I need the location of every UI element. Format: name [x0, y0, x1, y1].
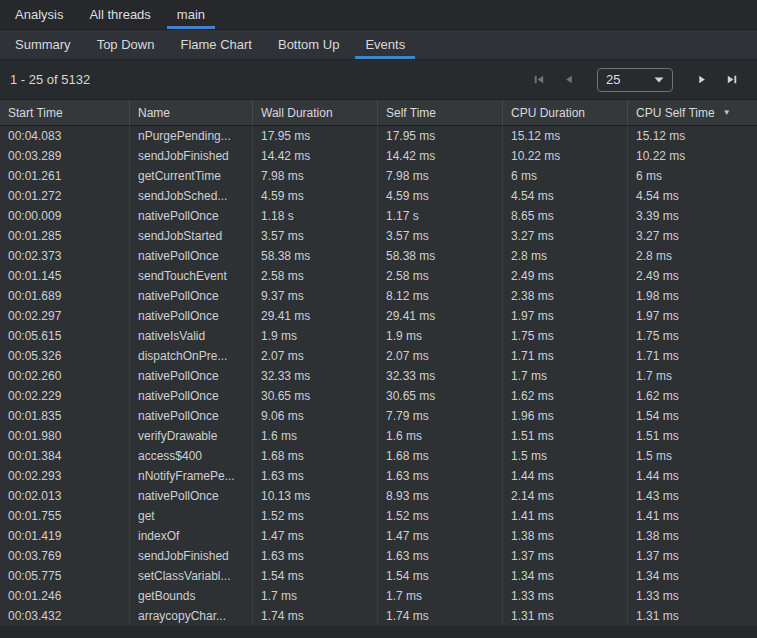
- table-row[interactable]: 00:05.615nativeIsValid1.9 ms1.9 ms1.75 m…: [0, 326, 757, 346]
- cell-self-time: 32.33 ms: [378, 366, 503, 386]
- next-page-icon: [695, 72, 710, 87]
- cell-cpu-self-time: 1.31 ms: [628, 606, 757, 626]
- table-row[interactable]: 00:01.261getCurrentTime7.98 ms7.98 ms6 m…: [0, 166, 757, 186]
- cell-name: nativeIsValid: [130, 326, 253, 346]
- table-row[interactable]: 00:03.432arraycopyChar...1.74 ms1.74 ms1…: [0, 606, 757, 626]
- table-row[interactable]: 00:01.835nativePollOnce9.06 ms7.79 ms1.9…: [0, 406, 757, 426]
- previous-page-button[interactable]: [556, 68, 580, 92]
- cell-wall-duration: 30.65 ms: [253, 386, 378, 406]
- cell-cpu-duration: 10.22 ms: [503, 146, 628, 166]
- cell-wall-duration: 17.95 ms: [253, 126, 378, 146]
- table-row[interactable]: 00:03.289sendJobFinished14.42 ms14.42 ms…: [0, 146, 757, 166]
- cell-name: nativePollOnce: [130, 286, 253, 306]
- cell-wall-duration: 4.59 ms: [253, 186, 378, 206]
- column-header-label: Start Time: [8, 106, 63, 120]
- cell-start-time: 00:03.289: [0, 146, 130, 166]
- tab-flame-chart[interactable]: Flame Chart: [167, 30, 265, 59]
- top-tab-all-threads[interactable]: All threads: [76, 0, 163, 29]
- cell-cpu-duration: 1.44 ms: [503, 466, 628, 486]
- cell-self-time: 1.68 ms: [378, 446, 503, 466]
- sort-descending-icon: ▼: [723, 108, 731, 117]
- cell-cpu-duration: 8.65 ms: [503, 206, 628, 226]
- cell-name: dispatchOnPre...: [130, 346, 253, 366]
- cell-start-time: 00:00.009: [0, 206, 130, 226]
- top-tab-analysis[interactable]: Analysis: [2, 0, 76, 29]
- table-row[interactable]: 00:03.769sendJobFinished1.63 ms1.63 ms1.…: [0, 546, 757, 566]
- table-row[interactable]: 00:01.145sendTouchEvent2.58 ms2.58 ms2.4…: [0, 266, 757, 286]
- cell-wall-duration: 7.98 ms: [253, 166, 378, 186]
- cell-cpu-self-time: 1.71 ms: [628, 346, 757, 366]
- table-row[interactable]: 00:00.009nativePollOnce1.18 s1.17 s8.65 …: [0, 206, 757, 226]
- tab-summary[interactable]: Summary: [2, 30, 84, 59]
- cell-start-time: 00:01.145: [0, 266, 130, 286]
- cell-wall-duration: 58.38 ms: [253, 246, 378, 266]
- cell-name: sendTouchEvent: [130, 266, 253, 286]
- table-row[interactable]: 00:02.293nNotifyFramePe...1.63 ms1.63 ms…: [0, 466, 757, 486]
- table-row[interactable]: 00:02.260nativePollOnce32.33 ms32.33 ms1…: [0, 366, 757, 386]
- column-header-label: Wall Duration: [261, 106, 333, 120]
- page-size-dropdown[interactable]: 25: [597, 68, 673, 92]
- tab-label: Top Down: [97, 37, 155, 52]
- table-row[interactable]: 00:02.229nativePollOnce30.65 ms30.65 ms1…: [0, 386, 757, 406]
- table-row[interactable]: 00:01.272sendJobSched...4.59 ms4.59 ms4.…: [0, 186, 757, 206]
- cell-wall-duration: 14.42 ms: [253, 146, 378, 166]
- table-row[interactable]: 00:01.980verifyDrawable1.6 ms1.6 ms1.51 …: [0, 426, 757, 446]
- last-page-button[interactable]: [720, 68, 744, 92]
- column-header-label: CPU Self Time: [636, 106, 715, 120]
- table-row[interactable]: 00:01.246getBounds1.7 ms1.7 ms1.33 ms1.3…: [0, 586, 757, 606]
- cell-name: sendJobFinished: [130, 146, 253, 166]
- table-row[interactable]: 00:01.689nativePollOnce9.37 ms8.12 ms2.3…: [0, 286, 757, 306]
- first-page-icon: [531, 72, 546, 87]
- cell-name: arraycopyChar...: [130, 606, 253, 626]
- cell-cpu-self-time: 10.22 ms: [628, 146, 757, 166]
- table-row[interactable]: 00:02.373nativePollOnce58.38 ms58.38 ms2…: [0, 246, 757, 266]
- cell-name: sendJobSched...: [130, 186, 253, 206]
- cell-wall-duration: 2.07 ms: [253, 346, 378, 366]
- column-header-wall-duration[interactable]: Wall Duration: [253, 100, 378, 125]
- tab-events[interactable]: Events: [352, 30, 418, 59]
- cell-start-time: 00:05.615: [0, 326, 130, 346]
- cell-cpu-self-time: 1.75 ms: [628, 326, 757, 346]
- table-row[interactable]: 00:01.755get1.52 ms1.52 ms1.41 ms1.41 ms: [0, 506, 757, 526]
- next-page-button[interactable]: [690, 68, 714, 92]
- table-row[interactable]: 00:02.013nativePollOnce10.13 ms8.93 ms2.…: [0, 486, 757, 506]
- cell-cpu-self-time: 3.39 ms: [628, 206, 757, 226]
- table-row[interactable]: 00:01.384access$4001.68 ms1.68 ms1.5 ms1…: [0, 446, 757, 466]
- cell-wall-duration: 1.54 ms: [253, 566, 378, 586]
- cell-cpu-self-time: 1.5 ms: [628, 446, 757, 466]
- cell-cpu-self-time: 1.62 ms: [628, 386, 757, 406]
- table-row[interactable]: 00:01.285sendJobStarted3.57 ms3.57 ms3.2…: [0, 226, 757, 246]
- column-header-cpu-duration[interactable]: CPU Duration: [503, 100, 628, 125]
- cell-start-time: 00:02.229: [0, 386, 130, 406]
- cell-cpu-duration: 1.96 ms: [503, 406, 628, 426]
- top-tab-main[interactable]: main: [164, 0, 218, 29]
- column-header-cpu-self-time[interactable]: CPU Self Time▼: [628, 100, 757, 125]
- cell-self-time: 30.65 ms: [378, 386, 503, 406]
- table-row[interactable]: 00:05.775setClassVariabl...1.54 ms1.54 m…: [0, 566, 757, 586]
- column-header-name[interactable]: Name: [130, 100, 253, 125]
- cell-self-time: 2.07 ms: [378, 346, 503, 366]
- cell-cpu-duration: 2.49 ms: [503, 266, 628, 286]
- table-row[interactable]: 00:04.083nPurgePending...17.95 ms17.95 m…: [0, 126, 757, 146]
- cell-name: nativePollOnce: [130, 306, 253, 326]
- tab-label: Bottom Up: [278, 37, 339, 52]
- cell-name: getBounds: [130, 586, 253, 606]
- tab-label: Analysis: [15, 7, 63, 22]
- table-row[interactable]: 00:05.326dispatchOnPre...2.07 ms2.07 ms1…: [0, 346, 757, 366]
- cell-name: nativePollOnce: [130, 366, 253, 386]
- cell-self-time: 14.42 ms: [378, 146, 503, 166]
- cell-start-time: 00:02.373: [0, 246, 130, 266]
- cell-cpu-duration: 1.33 ms: [503, 586, 628, 606]
- cell-start-time: 00:01.689: [0, 286, 130, 306]
- first-page-button[interactable]: [526, 68, 550, 92]
- table-row[interactable]: 00:01.419indexOf1.47 ms1.47 ms1.38 ms1.3…: [0, 526, 757, 546]
- tab-bottom-up[interactable]: Bottom Up: [265, 30, 352, 59]
- column-header-label: CPU Duration: [511, 106, 585, 120]
- table-row[interactable]: 00:02.297nativePollOnce29.41 ms29.41 ms1…: [0, 306, 757, 326]
- column-header-start-time[interactable]: Start Time: [0, 100, 130, 125]
- cell-start-time: 00:01.272: [0, 186, 130, 206]
- column-header-self-time[interactable]: Self Time: [378, 100, 503, 125]
- tab-top-down[interactable]: Top Down: [84, 30, 168, 59]
- cell-cpu-duration: 15.12 ms: [503, 126, 628, 146]
- tab-label: Flame Chart: [180, 37, 252, 52]
